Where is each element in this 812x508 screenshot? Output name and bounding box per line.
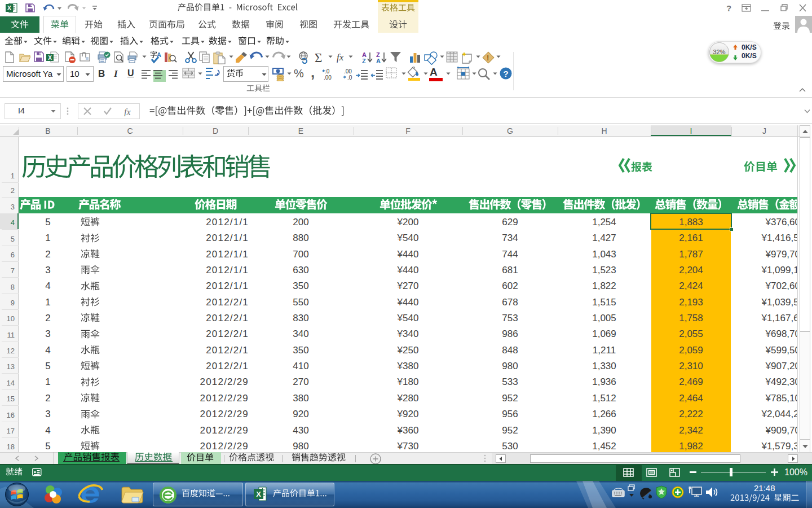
svg-text:32%: 32% (713, 49, 725, 55)
svg-text:X: X (48, 55, 52, 61)
svg-text:fx: fx (337, 52, 344, 63)
svg-text:.00: .00 (344, 68, 352, 75)
svg-text:.0: .0 (347, 75, 352, 80)
svg-text:!: ! (487, 54, 489, 62)
svg-text:.0: .0 (325, 68, 330, 75)
svg-text:.00: .00 (324, 75, 332, 80)
svg-text:A: A (376, 58, 381, 64)
svg-text:Z: Z (362, 58, 366, 64)
svg-text:fx: fx (124, 107, 131, 116)
svg-text:?: ? (726, 3, 731, 13)
svg-text:X: X (256, 490, 261, 498)
svg-text:?: ? (503, 69, 508, 78)
svg-text:X: X (7, 5, 12, 11)
svg-text:Σ: Σ (315, 51, 322, 64)
